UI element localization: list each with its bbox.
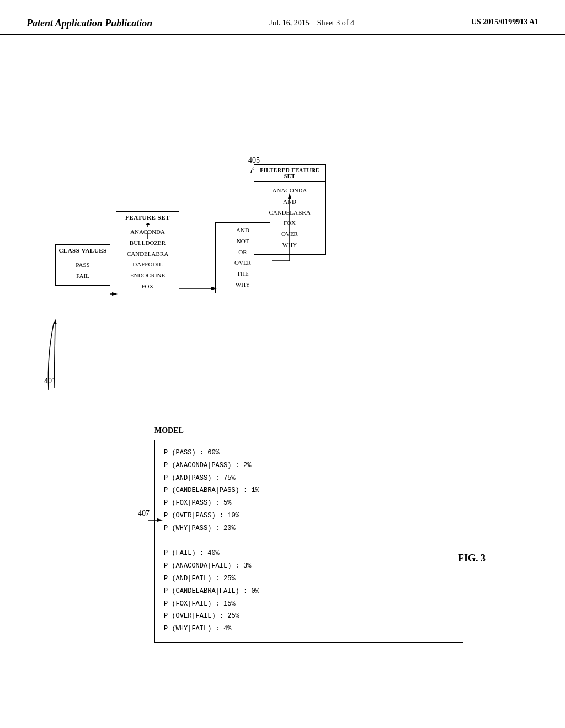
class-value-fail: FAIL (60, 271, 105, 282)
model-row: P (WHY|PASS) : 20% (164, 522, 454, 535)
model-section: MODEL P (PASS) : 60% P (ANACONDA|PASS) :… (154, 426, 463, 643)
feature-set-item: FOX (121, 281, 174, 292)
model-row: P (FAIL) : 40% (164, 547, 454, 560)
filtered-feature-set-items: ANACONDA AND CANDELABRA FOX OVER WHY (254, 182, 325, 254)
model-row: P (AND|PASS) : 75% (164, 472, 454, 485)
feature-set-item: ANACONDA (121, 227, 174, 238)
feature-set-header: FEATURE SET (116, 212, 179, 223)
class-value-pass: PASS (60, 260, 105, 271)
model-row: P (CANDELABRA|FAIL) : 0% (164, 585, 454, 598)
feature-set-items: ANACONDA BULLDOZER CANDELABRA DAFFODIL E… (116, 223, 179, 296)
model-row: P (WHY|FAIL) : 4% (164, 623, 454, 635)
header-date: Jul. 16, 2015 (269, 19, 309, 27)
model-title: MODEL (154, 426, 463, 435)
model-row: P (OVER|FAIL) : 25% (164, 610, 454, 623)
label-407: 407 (138, 509, 150, 518)
model-box: P (PASS) : 60% P (ANACONDA|PASS) : 2% P … (154, 440, 463, 643)
diagram-container: 401 403 405 407 CLASS VALUES PASS FAIL F… (44, 84, 497, 663)
label-405: 405 (248, 156, 260, 165)
publication-title: Patent Application Publication (26, 18, 152, 29)
model-row: P (FOX|PASS) : 5% (164, 497, 454, 510)
filtered-feature-set-item: WHY (259, 240, 321, 251)
middle-col-item: WHY (220, 280, 265, 291)
filtered-feature-set-header: FILTERED FEATURE SET (254, 165, 325, 182)
main-content: 401 403 405 407 CLASS VALUES PASS FAIL F… (0, 35, 565, 686)
model-row: P (PASS) : 60% (164, 447, 454, 459)
model-row: P (CANDELABRA|PASS) : 1% (164, 484, 454, 497)
fig-label: FIG. 3 (458, 553, 486, 564)
svg-marker-1 (54, 319, 57, 324)
feature-set-item: DAFFODIL (121, 259, 174, 270)
class-values-header: CLASS VALUES (56, 245, 110, 256)
filtered-feature-set-item: OVER (259, 229, 321, 240)
model-row-spacer (164, 535, 454, 548)
filtered-feature-set-item: FOX (259, 218, 321, 229)
filtered-feature-set-item: CANDELABRA (259, 207, 321, 218)
model-row: P (AND|FAIL) : 25% (164, 572, 454, 585)
feature-set-item: CANDELABRA (121, 249, 174, 260)
middle-col-item: OVER (220, 258, 265, 269)
model-row: P (ANACONDA|PASS) : 2% (164, 459, 454, 472)
class-values-items: PASS FAIL (56, 256, 110, 285)
filtered-feature-set-box: FILTERED FEATURE SET ANACONDA AND CANDEL… (254, 164, 326, 255)
patent-number: US 2015/0199913 A1 (471, 18, 539, 26)
filtered-feature-set-item: AND (259, 196, 321, 207)
class-values-box: CLASS VALUES PASS FAIL (55, 244, 110, 286)
middle-col-item: THE (220, 269, 265, 280)
filtered-feature-set-item: ANACONDA (259, 185, 321, 196)
model-row: P (FOX|FAIL) : 15% (164, 598, 454, 611)
header-sheet: Sheet 3 of 4 (317, 19, 354, 27)
feature-set-box: FEATURE SET ANACONDA BULLDOZER CANDELABR… (116, 211, 179, 296)
feature-set-item: BULLDOZER (121, 238, 174, 249)
model-row: P (ANACONDA|FAIL) : 3% (164, 560, 454, 572)
header-center: Jul. 16, 2015 Sheet 3 of 4 (269, 18, 354, 29)
label-401: 401 (44, 377, 56, 386)
model-row: P (OVER|PASS) : 10% (164, 510, 454, 522)
feature-set-item: ENDOCRINE (121, 270, 174, 281)
page-header: Patent Application Publication Jul. 16, … (0, 0, 565, 35)
